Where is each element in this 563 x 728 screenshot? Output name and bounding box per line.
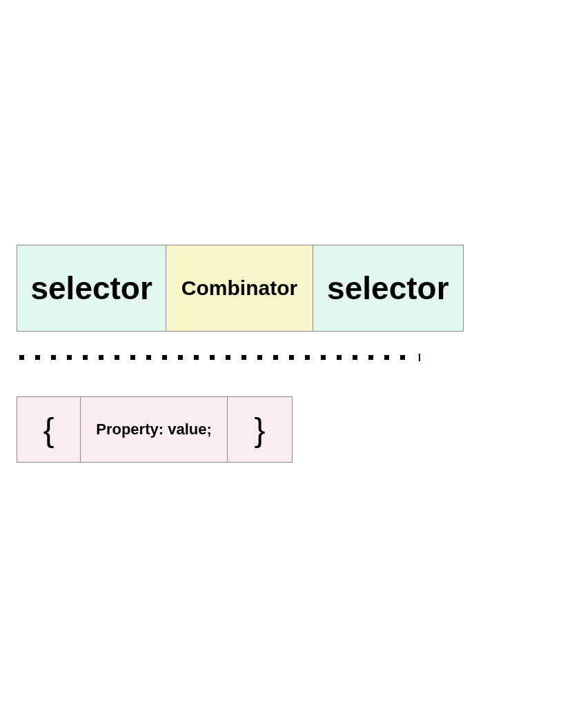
selector-row: selector Combinator selector: [17, 245, 464, 332]
selector-box-left: selector: [17, 245, 166, 331]
property-value-box: Property: value;: [81, 397, 227, 462]
declaration-row: { Property: value; }: [17, 396, 293, 463]
close-brace-box: }: [227, 397, 292, 462]
open-brace-box: {: [17, 397, 81, 462]
selector-box-right: selector: [313, 245, 463, 331]
ellipsis-divider: [17, 343, 425, 371]
combinator-box: Combinator: [166, 245, 313, 331]
